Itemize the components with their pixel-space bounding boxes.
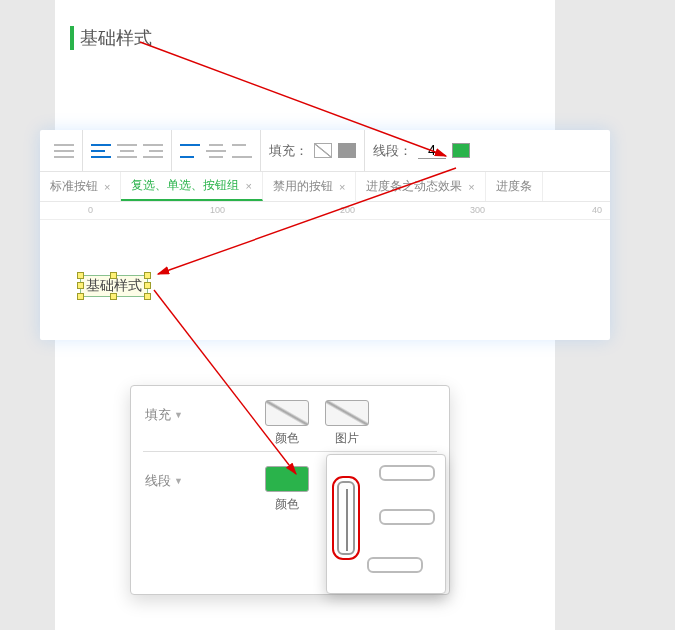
caret-down-icon: ▼ [174,476,183,486]
toolbar-row: 填充： 线段： [40,130,610,172]
page-title: 基础样式 [70,26,152,50]
line-label: 线段： [373,142,412,160]
tab-item[interactable]: 进度条之动态效果× [356,172,485,201]
line-color-option[interactable]: 颜色 [265,466,309,513]
ruler-tick: 0 [88,205,93,215]
line-color-swatch-icon [265,466,309,492]
tab-item[interactable]: 标准按钮× [40,172,121,201]
prop-fill-label[interactable]: 填充 ▼ [145,400,193,424]
canvas-area[interactable]: 基础样式 [40,220,610,336]
line-icon-group [46,130,83,171]
resize-handle[interactable] [110,293,117,300]
close-icon[interactable]: × [468,181,474,193]
border-right-button[interactable] [379,509,435,525]
label-text: 线段 [145,472,171,490]
tab-label: 进度条之动态效果 [366,178,462,195]
prop-line-items: 颜色 [193,466,309,513]
line-color-swatch[interactable] [452,143,470,158]
resize-handle[interactable] [144,282,151,289]
tab-label: 禁用的按钮 [273,178,333,195]
resize-handle[interactable] [77,293,84,300]
tab-label: 标准按钮 [50,178,98,195]
line-group: 线段： [365,130,478,171]
ruler-tick: 100 [210,205,225,215]
fill-image-option[interactable]: 图片 [325,400,369,447]
halign-group [83,130,172,171]
close-icon[interactable]: × [339,181,345,193]
align-center-icon[interactable] [117,144,137,158]
align-left-icon[interactable] [91,144,111,158]
line-width-input[interactable] [418,142,446,159]
prop-fill-items: 颜色 图片 [193,400,369,447]
tab-item[interactable]: 禁用的按钮× [263,172,356,201]
fill-none-swatch[interactable] [314,143,332,158]
resize-handle[interactable] [110,272,117,279]
resize-handle[interactable] [144,293,151,300]
border-top-button[interactable] [379,465,435,481]
resize-handle[interactable] [77,272,84,279]
ruler-tick: 40 [592,205,602,215]
tab-item[interactable]: 复选、单选、按钮组× [121,172,262,201]
ruler: 0 100 200 300 40 [40,202,610,220]
option-label: 颜色 [275,496,299,513]
border-left-button[interactable] [337,481,355,555]
fill-image-swatch-icon [325,400,369,426]
selected-shape[interactable]: 基础样式 [80,275,148,297]
border-preview-mark [346,489,348,551]
fill-color-option[interactable]: 颜色 [265,400,309,447]
fill-label: 填充： [269,142,308,160]
ruler-tick: 200 [340,205,355,215]
sides-grid [337,465,435,583]
fill-group: 填充： [261,130,365,171]
ruler-tick: 300 [470,205,485,215]
editor-toolbar-panel: 填充： 线段： 标准按钮× 复选、单选、按钮组× 禁用的按钮× 进度条之动态效果… [40,130,610,340]
valign-top-icon[interactable] [180,144,200,158]
tabs-row: 标准按钮× 复选、单选、按钮组× 禁用的按钮× 进度条之动态效果× 进度条 [40,172,610,202]
close-icon[interactable]: × [104,181,110,193]
tab-label: 复选、单选、按钮组 [131,177,239,194]
border-bottom-button[interactable] [367,557,423,573]
option-label: 颜色 [275,430,299,447]
fill-color-swatch[interactable] [338,143,356,158]
close-icon[interactable]: × [245,180,251,192]
align-right-icon[interactable] [143,144,163,158]
menu-icon[interactable] [54,144,74,158]
caret-down-icon: ▼ [174,410,183,420]
tab-item[interactable]: 进度条 [486,172,543,201]
option-label: 图片 [335,430,359,447]
valign-mid-icon[interactable] [206,144,226,158]
prop-line-label[interactable]: 线段 ▼ [145,466,193,490]
tab-label: 进度条 [496,178,532,195]
line-sides-popup [326,454,446,594]
valign-group [172,130,261,171]
label-text: 填充 [145,406,171,424]
resize-handle[interactable] [77,282,84,289]
valign-bot-icon[interactable] [232,144,252,158]
prop-fill-row: 填充 ▼ 颜色 图片 [131,386,449,451]
fill-color-swatch-icon [265,400,309,426]
resize-handle[interactable] [144,272,151,279]
